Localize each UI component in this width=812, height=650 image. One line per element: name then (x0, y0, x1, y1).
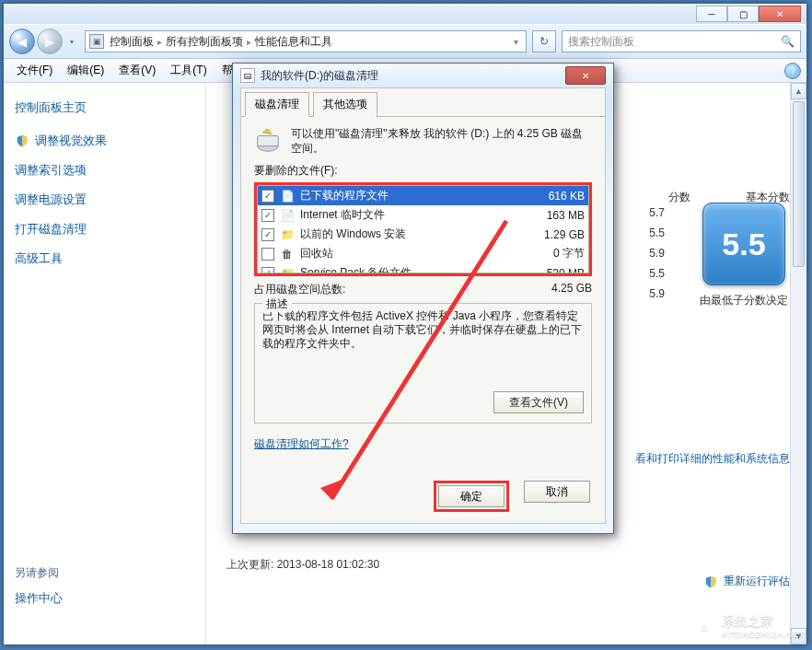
dialog-footer: 确定 取消 (434, 481, 590, 512)
menu-view[interactable]: 查看(V) (111, 60, 163, 81)
description-legend: 描述 (262, 296, 292, 312)
shield-icon (703, 575, 718, 589)
file-size: 616 KB (518, 190, 585, 203)
location-icon: ▣ (89, 34, 104, 49)
file-type-icon: 📄 (280, 208, 295, 223)
file-name: 以前的 Windows 安装 (300, 226, 518, 242)
files-to-delete-label: 要删除的文件(F): (254, 163, 592, 179)
address-bar[interactable]: ▣ 控制面板 ▸ 所有控制面板项 ▸ 性能信息和工具 ▾ (85, 30, 527, 52)
score-strip: 5.7 5.5 5.9 5.5 5.9 5.5 由最低子分数决定 (649, 203, 790, 309)
file-checkbox[interactable]: ✓ (261, 209, 274, 222)
crumb-all-items[interactable]: 所有控制面板项 (166, 34, 243, 50)
close-button[interactable]: ✕ (759, 6, 801, 22)
watermark-line1: 系统之家 (722, 613, 805, 630)
view-detailed-link[interactable]: 看和打印详细的性能和系统信息 (635, 451, 790, 467)
file-name: Internet 临时文件 (300, 207, 518, 223)
file-checkbox[interactable]: ✓ (261, 190, 274, 203)
see-also-heading: 另请参阅 (15, 565, 194, 581)
crumb-perf-info[interactable]: 性能信息和工具 (255, 34, 332, 50)
adjust-power-link[interactable]: 调整电源设置 (15, 192, 194, 208)
adjust-indexing-link[interactable]: 调整索引选项 (15, 162, 194, 179)
file-size: 163 MB (518, 209, 585, 222)
crumb-sep-icon: ▸ (157, 37, 162, 47)
nav-arrows: ◀ ▶ ▾ (9, 29, 79, 54)
nav-history-drop[interactable]: ▾ (64, 30, 79, 52)
file-row[interactable]: ✓📁以前的 Windows 安装1.29 GB (258, 225, 588, 244)
rerun-assessment-link[interactable]: 重新运行评估 (703, 574, 790, 589)
window-titlebar: ─ ▢ ✕ (4, 4, 806, 24)
how-cleanup-works-link[interactable]: 磁盘清理如何工作? (254, 436, 349, 452)
last-update-row: 上次更新: 2013-08-18 01:02:30 (226, 557, 379, 573)
adjust-visual-effects-link[interactable]: 调整视觉效果 (15, 133, 194, 149)
ok-button[interactable]: 确定 (438, 485, 505, 507)
dialog-titlebar[interactable]: 🖴 我的软件(D:)的磁盘清理 ✕ (233, 64, 613, 87)
description-text: 已下载的程序文件包括 ActiveX 控件和 Java 小程序，您查看特定网页时… (262, 309, 584, 351)
total-space-label: 占用磁盘空间总数: (254, 282, 345, 297)
file-row[interactable]: ✓📁Service Pack 备份文件530 MB (258, 263, 588, 273)
drive-icon: 🖴 (240, 68, 255, 83)
search-placeholder-text: 搜索控制面板 (568, 34, 634, 50)
file-name: Service Pack 备份文件 (300, 265, 518, 273)
subscore-value: 5.5 (649, 223, 665, 243)
vertical-scrollbar[interactable]: ▲ ▼ (790, 83, 806, 644)
maximize-button[interactable]: ▢ (727, 6, 759, 22)
last-update-label: 上次更新: (226, 558, 273, 571)
file-row[interactable]: 🗑回收站0 字节 (258, 244, 588, 263)
search-input[interactable]: 搜索控制面板 🔍 (562, 30, 801, 52)
file-size: 0 字节 (518, 246, 585, 261)
file-type-icon: 📄 (280, 189, 295, 203)
dialog-close-button[interactable]: ✕ (565, 66, 606, 85)
summary-text: 可以使用"磁盘清理"来释放 我的软件 (D:) 上的 4.25 GB 磁盘空间。 (291, 126, 592, 156)
link-label: 打开磁盘清理 (15, 221, 87, 238)
action-center-link[interactable]: 操作中心 (15, 590, 194, 607)
advanced-tools-link[interactable]: 高级工具 (15, 250, 194, 267)
file-size: 530 MB (518, 267, 585, 274)
description-group: 描述 已下载的程序文件包括 ActiveX 控件和 Java 小程序，您查看特定… (254, 303, 592, 424)
cancel-button[interactable]: 取消 (524, 481, 590, 503)
menu-edit[interactable]: 编辑(E) (60, 60, 111, 81)
view-files-button[interactable]: 查看文件(V) (493, 391, 584, 413)
file-row[interactable]: ✓📄Internet 临时文件163 MB (258, 205, 588, 225)
link-label: 调整视觉效果 (35, 133, 107, 149)
help-icon[interactable]: ? (784, 63, 801, 79)
shield-icon (15, 133, 29, 148)
crumb-control-panel[interactable]: 控制面板 (110, 34, 154, 50)
file-checkbox[interactable]: ✓ (261, 228, 274, 241)
back-button[interactable]: ◀ (9, 29, 35, 54)
refresh-button[interactable]: ↻ (532, 30, 556, 52)
search-icon: 🔍 (781, 35, 795, 48)
file-row[interactable]: ✓📄已下载的程序文件616 KB (258, 186, 588, 205)
scroll-up-button[interactable]: ▲ (791, 83, 806, 99)
navigation-toolbar: ◀ ▶ ▾ ▣ 控制面板 ▸ 所有控制面板项 ▸ 性能信息和工具 ▾ ↻ 搜索控… (4, 24, 806, 59)
files-listbox[interactable]: ✓📄已下载的程序文件616 KB✓📄Internet 临时文件163 MB✓📁以… (257, 185, 589, 273)
file-checkbox[interactable]: ✓ (261, 267, 274, 274)
link-label: 调整电源设置 (15, 192, 87, 208)
disk-cleanup-dialog: 🖴 我的软件(D:)的磁盘清理 ✕ 磁盘清理 其他选项 可以使用"磁盘清理"来释… (232, 63, 614, 534)
subscore-value: 5.7 (649, 203, 665, 223)
open-disk-cleanup-link[interactable]: 打开磁盘清理 (15, 221, 194, 238)
last-update-value: 2013-08-18 01:02:30 (277, 558, 379, 571)
minimize-button[interactable]: ─ (696, 6, 727, 22)
svg-rect-1 (258, 135, 279, 145)
file-checkbox[interactable] (261, 248, 274, 261)
address-drop-icon[interactable]: ▾ (510, 37, 522, 47)
tab-strip: 磁盘清理 其他选项 (241, 92, 605, 117)
summary-row: 可以使用"磁盘清理"来释放 我的软件 (D:) 上的 4.25 GB 磁盘空间。 (254, 126, 592, 156)
watermark-logo-icon: ⌂ (692, 614, 716, 638)
menu-file[interactable]: 文件(F) (9, 60, 60, 81)
control-panel-home-link[interactable]: 控制面板主页 (15, 99, 194, 116)
ok-callout-box: 确定 (434, 481, 509, 512)
menu-tools[interactable]: 工具(T) (163, 60, 214, 81)
tasks-pane: 控制面板主页 调整视觉效果 调整索引选项 调整电源设置 打开磁盘清理 高级工具 … (4, 83, 206, 644)
tab-more-options[interactable]: 其他选项 (313, 92, 377, 117)
forward-button[interactable]: ▶ (37, 29, 63, 54)
files-callout-box: ✓📄已下载的程序文件616 KB✓📄Internet 临时文件163 MB✓📁以… (254, 182, 592, 276)
scroll-thumb[interactable] (793, 101, 805, 267)
tab-disk-cleanup[interactable]: 磁盘清理 (245, 92, 309, 117)
file-type-icon: 📁 (280, 227, 295, 242)
total-space-value: 4.25 GB (551, 282, 592, 297)
watermark: ⌂ 系统之家 XITONGZHIJIA.NET (692, 613, 805, 639)
file-name: 回收站 (300, 246, 518, 261)
subscore-value: 5.5 (649, 263, 665, 284)
subscore-value: 5.9 (649, 243, 665, 263)
